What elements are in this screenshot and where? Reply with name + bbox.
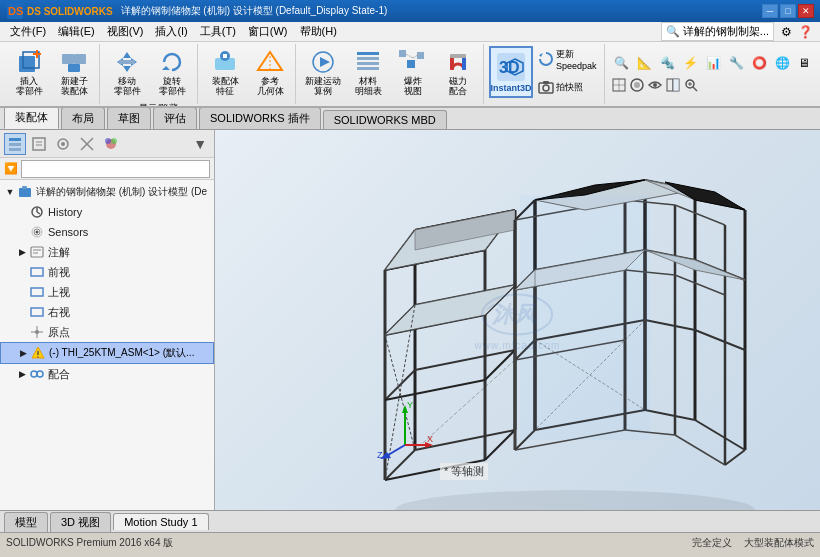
view-toolbar-icon-7[interactable]: ⭕ — [749, 53, 770, 73]
rotate-component-icon — [156, 48, 188, 76]
view-toolbar-icon-3[interactable]: 🔩 — [657, 53, 678, 73]
feature-manager-tab[interactable] — [4, 133, 26, 155]
tree-item-assembly-part[interactable]: ▶ (-) THI_25KTM_ASM<1> (默认... — [0, 342, 214, 364]
annotations-icon — [29, 244, 45, 260]
menu-item-edit[interactable]: 编辑(E) — [52, 22, 101, 41]
tree-root-item[interactable]: ▼ 详解的钢制储物架 (机制) 设计模型 (De — [0, 182, 214, 202]
magnet-mate-button[interactable]: 磁力配合 — [436, 46, 480, 98]
svg-rect-33 — [450, 54, 466, 58]
config-manager-tab[interactable] — [52, 133, 74, 155]
toolbar-search[interactable]: 🔍 详解的钢制制架... — [661, 22, 774, 41]
instant3d-button[interactable]: 3D Instant3D — [489, 46, 533, 98]
new-subassembly-button[interactable]: 新建子装配体 — [52, 46, 96, 98]
tree-item-history[interactable]: History — [0, 202, 214, 222]
view-toolbar-icon-2[interactable]: 📐 — [634, 53, 655, 73]
menu-item-tools[interactable]: 工具(T) — [194, 22, 242, 41]
dimxpert-manager-tab[interactable] — [76, 133, 98, 155]
svg-point-88 — [37, 371, 43, 377]
tab-layout[interactable]: 布局 — [61, 107, 105, 129]
appearance-manager-tab[interactable] — [100, 133, 122, 155]
explode-view-button[interactable]: 爆炸视图 — [391, 46, 435, 98]
svg-point-46 — [653, 83, 657, 87]
close-button[interactable]: ✕ — [798, 4, 814, 18]
tree-assembly-part-label: (-) THI_25KTM_ASM<1> (默认... — [49, 346, 194, 360]
bottom-tab-bar: 模型 3D 视图 Motion Study 1 — [0, 510, 820, 532]
view-toolbar-icon-8[interactable]: 🌐 — [772, 53, 793, 73]
ref-geometry-label: 参考几何体 — [257, 77, 284, 97]
tree-item-top-view[interactable]: 上视 — [0, 282, 214, 302]
menu-item-insert[interactable]: 插入(I) — [149, 22, 193, 41]
view-toolbar-icon-4[interactable]: ⚡ — [680, 53, 701, 73]
hide-show-icon[interactable] — [647, 77, 663, 93]
view-toolbar-icon-1[interactable]: 🔍 — [611, 53, 632, 73]
tree-mates-label: 配合 — [48, 367, 70, 382]
menu-item-file[interactable]: 文件(F) — [4, 22, 52, 41]
help-button[interactable]: ❓ — [795, 24, 816, 40]
rotate-component-button[interactable]: 旋转零部件 — [150, 46, 194, 98]
tab-evaluate[interactable]: 评估 — [153, 107, 197, 129]
magnet-mate-label: 磁力配合 — [449, 77, 467, 97]
tree-root-expand[interactable]: ▼ — [4, 187, 16, 197]
svg-rect-8 — [68, 64, 80, 72]
tab-motion-study[interactable]: Motion Study 1 — [113, 513, 208, 530]
tab-model[interactable]: 模型 — [4, 512, 48, 532]
rotate-component-label: 旋转零部件 — [159, 77, 186, 97]
assembly-feature-button[interactable]: 装配体特征 — [203, 46, 247, 98]
tab-3d-view[interactable]: 3D 视图 — [50, 512, 111, 532]
menu-item-view[interactable]: 视图(V) — [101, 22, 150, 41]
menu-item-window[interactable]: 窗口(W) — [242, 22, 294, 41]
new-subassembly-icon — [58, 48, 90, 76]
maximize-button[interactable]: □ — [780, 4, 796, 18]
tree-annotations-expand[interactable]: ▶ — [16, 247, 28, 257]
tab-sketch[interactable]: 草图 — [107, 107, 151, 129]
view-orient-icon[interactable] — [611, 77, 627, 93]
new-motion-button[interactable]: 新建运动算例 — [301, 46, 345, 98]
minimize-button[interactable]: ─ — [762, 4, 778, 18]
display-style-icon[interactable] — [629, 77, 645, 93]
menu-item-help[interactable]: 帮助(H) — [294, 22, 343, 41]
panel-search-input[interactable] — [21, 160, 210, 178]
mates-icon — [29, 366, 45, 382]
view-toolbar-icon-9[interactable]: 🖥 — [795, 53, 813, 73]
tree-item-mates[interactable]: ▶ 配合 — [0, 364, 214, 384]
tab-assembly[interactable]: 装配体 — [4, 106, 59, 129]
zoom-pan-icon[interactable] — [683, 77, 699, 93]
tree-item-sensors[interactable]: Sensors — [0, 222, 214, 242]
svg-line-150 — [695, 330, 745, 350]
tree-item-annotations[interactable]: ▶ 注解 — [0, 242, 214, 262]
materials-bom-button[interactable]: 材料明细表 — [346, 46, 390, 98]
move-component-icon — [111, 48, 143, 76]
toolbar-group-insert: 插入零部件 新建子装配体 — [4, 44, 100, 104]
sensors-icon — [29, 224, 45, 240]
tree-assembly-part-expand[interactable]: ▶ — [17, 348, 29, 358]
ref-geometry-icon — [254, 48, 286, 76]
move-component-button[interactable]: 移动零部件 — [105, 46, 149, 98]
section-view-icon[interactable] — [665, 77, 681, 93]
ref-geometry-button[interactable]: 参考几何体 — [248, 46, 292, 98]
view-toolbar-icon-6[interactable]: 🔧 — [726, 53, 747, 73]
panel-filter-icon[interactable]: ▼ — [190, 136, 210, 152]
svg-rect-25 — [357, 67, 379, 70]
status-fully-defined: 完全定义 — [692, 536, 732, 550]
property-manager-tab[interactable] — [28, 133, 50, 155]
svg-marker-10 — [123, 66, 131, 72]
tab-sw-mbd[interactable]: SOLIDWORKS MBD — [323, 110, 447, 129]
materials-bom-label: 材料明细表 — [355, 77, 382, 97]
insert-part-button[interactable]: 插入零部件 — [7, 46, 51, 98]
tab-sw-plugins[interactable]: SOLIDWORKS 插件 — [199, 107, 321, 129]
tree-item-right-view[interactable]: 右视 — [0, 302, 214, 322]
status-version: SOLIDWORKS Premium 2016 x64 版 — [6, 536, 173, 550]
svg-rect-166 — [520, 195, 650, 440]
view-toolbar-icon-5[interactable]: 📊 — [703, 53, 724, 73]
tree-item-front-view[interactable]: 前视 — [0, 262, 214, 282]
snapshot-button[interactable]: 拍快照 — [534, 74, 601, 100]
tree-mates-expand[interactable]: ▶ — [16, 369, 28, 379]
3d-viewport[interactable]: 沐风 www.mfcad.com — [215, 130, 820, 510]
svg-rect-56 — [9, 148, 21, 151]
status-right: 完全定义 大型装配体模式 — [692, 536, 814, 550]
show-hide-button[interactable]: 👁 显示/隐藏零部件 — [117, 100, 182, 108]
options-button[interactable]: ⚙ — [778, 24, 795, 40]
update-speedpak-button[interactable]: 更新Speedpak — [534, 46, 601, 72]
svg-rect-22 — [357, 52, 379, 55]
tree-item-origin[interactable]: 原点 — [0, 322, 214, 342]
